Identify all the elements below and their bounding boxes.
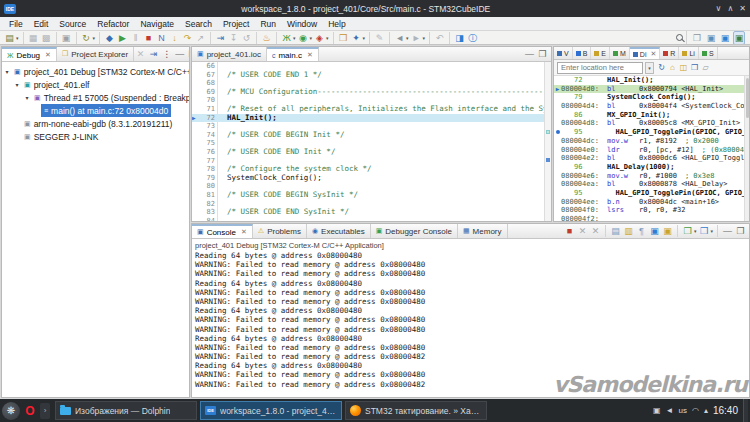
- disassembly-content[interactable]: ▶ 72 HAL_Init(); ▶ 080004d0:: [554, 76, 749, 221]
- external-tools-icon[interactable]: ◈ ▾: [313, 32, 330, 44]
- debug-icon[interactable]: Ж ▾: [276, 32, 297, 44]
- skip-breakpoints-icon[interactable]: ↻ ▾: [76, 32, 97, 44]
- variables-tab[interactable]: V ✕: [554, 47, 573, 59]
- registers-tab[interactable]: R ✕: [660, 47, 679, 59]
- maximize-icon[interactable]: ❐ ▾: [734, 225, 747, 237]
- panel-expand-icon[interactable]: ›: [40, 403, 50, 419]
- expressions-tab[interactable]: E ✕: [591, 47, 610, 59]
- maximize-window-button[interactable]: ∧: [727, 4, 733, 13]
- view-tab[interactable]: Ж Debug ✕: [2, 47, 57, 61]
- display-console-icon[interactable]: ❒ ▾: [677, 225, 698, 237]
- remove-terminated-icon[interactable]: ✕: [134, 48, 147, 60]
- new-file-icon[interactable]: ▤ ▾: [3, 32, 20, 44]
- editor-tab[interactable]: ▣ project_401.ioc ✕: [192, 47, 267, 61]
- wifi-icon[interactable]: ◠: [692, 406, 699, 415]
- last-edit-icon[interactable]: ↶ ▾: [429, 32, 446, 44]
- clear-console-icon[interactable]: ▤ ▾: [605, 225, 622, 237]
- cpp-perspective-icon[interactable]: ▣: [705, 31, 717, 45]
- back-icon[interactable]: ◄ ▾: [389, 32, 410, 44]
- menu-item[interactable]: Run: [255, 18, 281, 30]
- step-return-icon[interactable]: ↗ ▾: [194, 32, 207, 44]
- editor-tab[interactable]: c main.c ✕: [267, 47, 319, 61]
- terminate-icon[interactable]: ■ ▾: [563, 225, 576, 237]
- remove-launch-icon[interactable]: ✕ ▾: [576, 225, 589, 237]
- search-icon[interactable]: [676, 34, 683, 41]
- live-expressions-tab[interactable]: Li ✕: [679, 47, 698, 59]
- expand-caret-icon[interactable]: ▾: [13, 81, 21, 88]
- terminate-icon[interactable]: ■ ▾: [142, 32, 155, 44]
- step-filters-icon[interactable]: ⇥: [147, 48, 160, 60]
- overview-ruler[interactable]: [544, 62, 551, 221]
- minimize-icon[interactable]: —: [173, 48, 186, 60]
- menu-item[interactable]: Refactor: [92, 18, 134, 30]
- view-tab[interactable]: ❒ Project Explorer ✕: [57, 47, 134, 61]
- instruction-stepping-icon[interactable]: ⇥ ▾: [210, 32, 227, 44]
- open-console-icon[interactable]: ❒ ▾: [697, 225, 714, 237]
- app-launcher-icon[interactable]: ❋: [2, 402, 20, 420]
- clock[interactable]: 16:40: [713, 405, 738, 416]
- tree-item[interactable]: ▣ SEGGER J-LINK: [2, 130, 189, 143]
- menu-item[interactable]: File: [4, 18, 28, 30]
- close-icon[interactable]: ✕: [241, 228, 247, 236]
- location-input[interactable]: [557, 62, 643, 74]
- tree-item[interactable]: ▾ ▣ Thread #1 57005 (Suspended : Breakpo…: [2, 91, 189, 104]
- refresh-icon[interactable]: ↻: [656, 63, 667, 72]
- modules-tab[interactable]: M ✕: [610, 47, 630, 59]
- close-icon[interactable]: ✕: [307, 51, 313, 59]
- disassembly-scrollbar[interactable]: [744, 76, 749, 221]
- reset-chip-icon[interactable]: ◆ ▾: [99, 32, 116, 44]
- scroll-lock-icon[interactable]: ▥ ▾: [622, 225, 635, 237]
- menu-item[interactable]: Search: [180, 18, 217, 30]
- close-window-button[interactable]: ✕: [739, 4, 746, 13]
- suspend-icon[interactable]: ‖ ▾: [129, 32, 142, 44]
- pin-view-icon[interactable]: ▱: [700, 63, 711, 72]
- window-icon[interactable]: ◨ ▾: [449, 32, 466, 44]
- build-wand-icon[interactable]: ✦ ▾: [350, 32, 367, 44]
- info-icon[interactable]: ⓘ ▾: [466, 32, 479, 44]
- sfrs-tab[interactable]: S ✕: [699, 47, 718, 59]
- disconnect-icon[interactable]: N ▾: [155, 32, 168, 44]
- view-tab[interactable]: ◉ Executables ✕: [307, 224, 371, 238]
- link-context-icon[interactable]: ◫: [678, 63, 689, 72]
- volume-icon[interactable]: ◄: [666, 406, 674, 415]
- menu-item[interactable]: Edit: [29, 18, 54, 30]
- run-icon[interactable]: ◉ ▾: [297, 32, 314, 44]
- debug-perspective-icon[interactable]: ▣: [733, 31, 745, 45]
- remove-all-launches-icon[interactable]: ✕ ▾: [589, 225, 602, 237]
- step-over-icon[interactable]: ↷ ▾: [181, 32, 194, 44]
- menu-item[interactable]: Source: [54, 18, 91, 30]
- task-button[interactable]: Изображения — Dolphin: [55, 401, 197, 420]
- pencil-icon[interactable]: ✎ ▾: [369, 32, 386, 44]
- tree-item[interactable]: ▾ ▣ project_401 Debug [STM32 Cortex-M C/…: [2, 65, 189, 78]
- show-desktop-button[interactable]: [743, 399, 748, 422]
- task-button[interactable]: IDE workspace_1.8.0 - project_401/Cor...: [200, 401, 342, 420]
- menu-item[interactable]: Window: [282, 18, 322, 30]
- flash-download-icon[interactable]: ▣ ▾: [56, 32, 73, 44]
- show-stdout-icon[interactable]: ▣ ▾: [661, 225, 674, 237]
- view-menu-icon[interactable]: ⋮: [160, 48, 173, 60]
- open-element-icon[interactable]: ❒ ▾: [333, 32, 350, 44]
- tree-item[interactable]: ≡ main() at main.c:72 0x80004d0: [2, 104, 189, 117]
- tree-item[interactable]: ▣ arm-none-eabi-gdb (8.3.1.20191211): [2, 117, 189, 130]
- maximize-icon[interactable]: ❐: [536, 48, 549, 60]
- view-tab[interactable]: ⚠ Problems ✕: [253, 224, 307, 238]
- forward-icon[interactable]: ► ▾: [410, 32, 427, 44]
- save-icon[interactable]: ▦ ▾: [23, 32, 40, 44]
- new-view-icon[interactable]: ❒: [689, 63, 700, 72]
- tray-expand-icon[interactable]: ▴: [704, 406, 708, 415]
- tree-item[interactable]: ▾ ▣ project_401.elf: [2, 78, 189, 91]
- minimize-window-button[interactable]: ∨: [716, 4, 722, 13]
- minimize-icon[interactable]: — ▾: [717, 225, 734, 237]
- step-into-icon[interactable]: ↓ ▾: [168, 32, 181, 44]
- code-editor[interactable]: ▶ 66 ▶ 67 /* USER CODE END 1 */: [192, 62, 544, 221]
- maximize-icon[interactable]: ❐: [186, 48, 190, 60]
- open-perspective-icon[interactable]: ❐: [691, 31, 703, 45]
- location-dropdown[interactable]: ▾: [645, 62, 654, 74]
- drop-to-frame-icon[interactable]: ↧ ▾: [227, 32, 240, 44]
- minimize-icon[interactable]: —: [523, 48, 536, 60]
- view-tab[interactable]: ▣ Console ✕: [192, 224, 253, 238]
- resume-icon[interactable]: ▶ ▾: [116, 32, 129, 44]
- menu-item[interactable]: Navigate: [135, 18, 179, 30]
- task-button[interactable]: STM32 тактирование. » Хабстаб ...: [345, 401, 487, 420]
- disassembly-tab[interactable]: Di ✕: [630, 47, 661, 59]
